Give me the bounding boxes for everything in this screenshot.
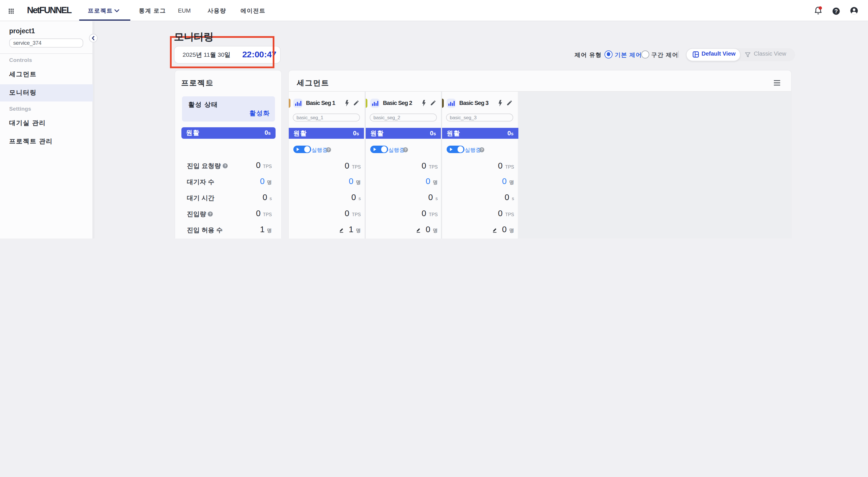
svg-text:?: ? bbox=[481, 148, 483, 151]
svg-text:?: ? bbox=[328, 148, 330, 151]
svg-text:?: ? bbox=[224, 164, 226, 168]
svg-text:?: ? bbox=[208, 80, 211, 84]
svg-text:?: ? bbox=[209, 212, 212, 216]
svg-text:?: ? bbox=[404, 148, 407, 151]
svg-text:?: ? bbox=[834, 8, 838, 14]
